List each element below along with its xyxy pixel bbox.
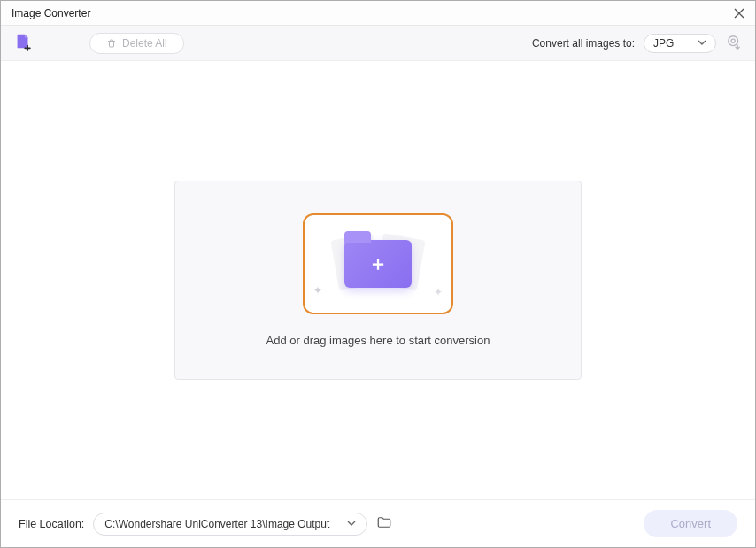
folder-open-icon <box>376 514 392 530</box>
sparkle-icon: ✦ <box>313 284 322 297</box>
convert-button-label: Convert <box>670 517 711 530</box>
add-file-icon <box>13 32 33 51</box>
svg-point-2 <box>729 35 738 45</box>
app-window: Image Converter Delete All Convert all i… <box>0 0 756 548</box>
chevron-down-icon <box>698 37 706 50</box>
output-settings-button[interactable] <box>725 33 743 54</box>
open-folder-button[interactable] <box>376 514 392 534</box>
plus-icon: ＋ <box>344 240 412 288</box>
svg-point-3 <box>731 39 735 42</box>
delete-all-label: Delete All <box>122 37 167 50</box>
output-format-value: JPG <box>653 37 680 50</box>
footer-bar: File Location: C:\Wondershare UniConvert… <box>1 499 755 547</box>
folder-plus-icon: ＋ <box>344 240 412 288</box>
file-location-label: File Location: <box>19 518 84 530</box>
title-bar: Image Converter <box>1 1 755 26</box>
chevron-down-icon <box>347 518 356 530</box>
trash-icon <box>106 38 117 49</box>
toolbar-right: Convert all images to: JPG <box>532 33 743 54</box>
add-file-button[interactable] <box>13 32 33 55</box>
dropzone-hint: Add or drag images here to start convers… <box>266 334 490 347</box>
window-title: Image Converter <box>12 7 90 19</box>
main-area: ✦ ✦ ＋ Add or drag images here to start c… <box>1 61 755 499</box>
dropzone: ✦ ✦ ＋ Add or drag images here to start c… <box>174 181 582 380</box>
file-location-select[interactable]: C:\Wondershare UniConverter 13\Image Out… <box>93 513 367 536</box>
gear-export-icon <box>725 33 743 50</box>
sparkle-icon: ✦ <box>434 286 443 298</box>
delete-all-button[interactable]: Delete All <box>89 33 184 54</box>
convert-button[interactable]: Convert <box>644 510 737 537</box>
convert-to-label: Convert all images to: <box>532 37 635 50</box>
output-format-select[interactable]: JPG <box>644 34 716 53</box>
file-location-value: C:\Wondershare UniConverter 13\Image Out… <box>104 518 329 530</box>
close-button[interactable] <box>732 6 746 20</box>
toolbar: Delete All Convert all images to: JPG <box>1 26 755 61</box>
add-images-drop-target[interactable]: ✦ ✦ ＋ <box>303 213 453 314</box>
close-icon <box>734 8 744 19</box>
